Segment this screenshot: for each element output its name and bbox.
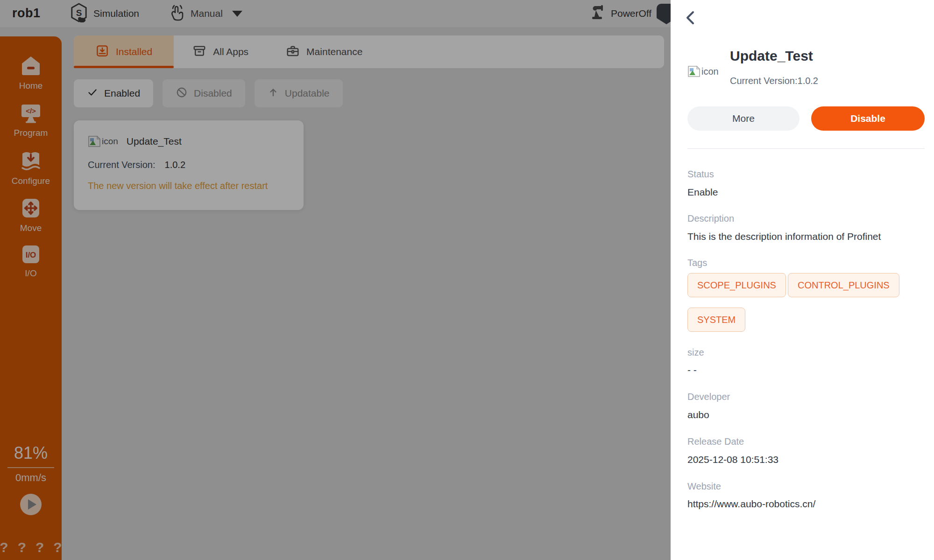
app-detail-drawer: icon Update_Test Current Version:1.0.2 M… [671, 0, 934, 560]
broken-image-icon [687, 65, 700, 77]
release-date-label: Release Date [687, 436, 744, 447]
status-label: Status [687, 169, 714, 180]
disable-button[interactable]: Disable [811, 106, 925, 131]
developer-value: aubo [687, 409, 709, 420]
description-value: This is the description information of P… [687, 231, 881, 242]
size-value: - - [687, 364, 697, 376]
tag-control-plugins: CONTROL_PLUGINS [788, 273, 899, 297]
back-button[interactable] [681, 8, 700, 27]
drawer-version-line: Current Version:1.0.2 [730, 76, 818, 86]
tag-scope-plugins: SCOPE_PLUGINS [687, 273, 786, 297]
release-date-value: 2025-12-08 10:51:33 [687, 454, 778, 465]
modal-backdrop[interactable] [0, 0, 671, 560]
more-button[interactable]: More [687, 106, 800, 131]
drawer-app-icon: icon [687, 65, 719, 77]
developer-label: Developer [687, 392, 730, 402]
tags-label: Tags [687, 258, 707, 268]
icon-alt-text: icon [701, 66, 719, 77]
status-value: Enable [687, 187, 718, 198]
app-window: rob1 S Simulation Ma [0, 0, 934, 560]
chevron-left-icon [684, 10, 696, 25]
website-value: https://www.aubo-robotics.cn/ [687, 498, 815, 510]
drawer-divider [687, 148, 925, 149]
size-label: size [687, 347, 704, 358]
description-label: Description [687, 213, 734, 224]
tag-system: SYSTEM [687, 308, 745, 332]
drawer-app-title: Update_Test [730, 48, 813, 64]
website-label: Website [687, 481, 721, 492]
